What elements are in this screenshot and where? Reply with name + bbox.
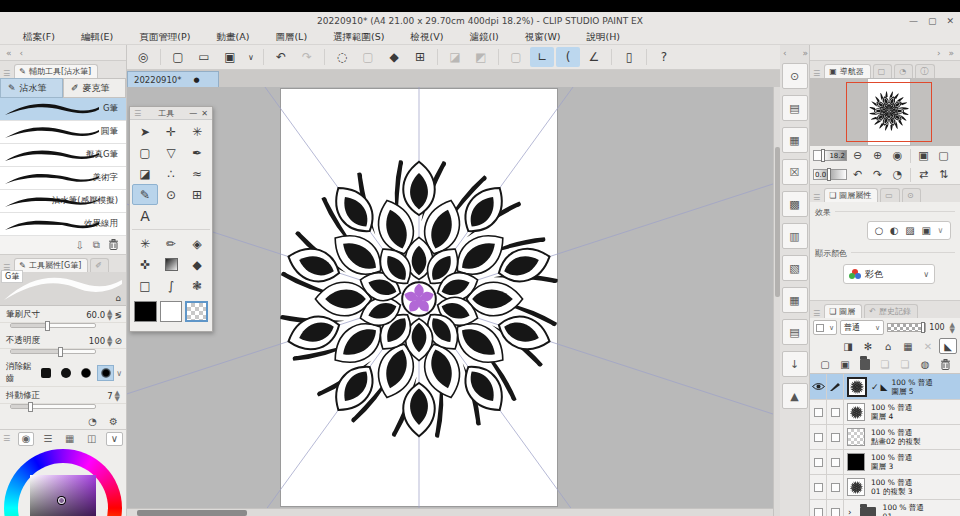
reset-rotation-button[interactable]: ◔: [888, 167, 907, 182]
blend-mode-dropdown[interactable]: 普通∨: [840, 320, 884, 335]
sub-color-swatch[interactable]: [160, 301, 183, 322]
history-tab[interactable]: ↶歷史記錄: [864, 304, 918, 318]
trash-icon[interactable]: [109, 239, 118, 252]
layer-row-folder-01[interactable]: › 100 % 普通01: [810, 500, 960, 516]
layer-row-4[interactable]: 100 % 普通圖層 4: [810, 400, 960, 425]
subtool-tab[interactable]: ✎ 輔助工具[沾水筆]: [14, 64, 98, 78]
fill-button[interactable]: ◆: [382, 47, 406, 67]
saturation-value-square[interactable]: [30, 475, 96, 516]
tool-move[interactable]: ✛: [158, 121, 184, 142]
tool-lasso[interactable]: ▽: [158, 142, 184, 163]
material-brush-button[interactable]: ▧: [782, 255, 808, 281]
lock-layer-icon[interactable]: ⌂: [879, 338, 897, 354]
tool-palette-window[interactable]: ☰ 工具 — ✕ ➤ ✛ ✳ ▢ ▽ ✒ ◪ ∴ ≈ ✎ ⊙ ⊞: [129, 106, 213, 332]
maximize-button[interactable]: ▢: [928, 16, 937, 26]
palette-color-dropdown[interactable]: ∨: [813, 320, 837, 335]
panel-handle-icon[interactable]: ☰: [3, 434, 10, 443]
layer-thumbnail[interactable]: [847, 453, 865, 471]
panel-handle-icon[interactable]: ☰: [3, 69, 10, 78]
deselect-button[interactable]: ◌: [330, 47, 354, 67]
aa-none-button[interactable]: [37, 365, 54, 381]
tool-hand[interactable]: ✜: [132, 254, 158, 275]
new-folder-icon[interactable]: [856, 356, 874, 372]
visibility-checkbox[interactable]: [810, 500, 827, 516]
visibility-checkbox[interactable]: [810, 425, 827, 449]
minimize-palette-icon[interactable]: —: [189, 109, 197, 118]
visibility-checkbox[interactable]: [810, 400, 827, 424]
panel-handle-icon[interactable]: ☰: [813, 309, 820, 318]
subtool-group-pen[interactable]: ✎ 沾水筆: [0, 78, 63, 98]
display-color-dropdown[interactable]: 彩色 ∨: [843, 264, 935, 284]
panel-handle-icon[interactable]: ☰: [813, 69, 820, 78]
rotate-ccw-button[interactable]: ↶: [848, 167, 867, 182]
visibility-checkbox[interactable]: [810, 475, 827, 499]
material-image-button[interactable]: ▥: [782, 223, 808, 249]
layer-name[interactable]: 01 的複製 3: [871, 487, 913, 496]
layer-thumbnail[interactable]: [847, 478, 865, 496]
expand-right-icon[interactable]: »: [948, 48, 954, 58]
stabilization-slider[interactable]: [10, 404, 96, 409]
rotate-slider[interactable]: 0.0: [813, 169, 847, 180]
tool-eyedropper[interactable]: ✒: [184, 142, 210, 163]
material-download-button[interactable]: ↓: [782, 351, 808, 377]
sv-cursor[interactable]: [58, 497, 65, 504]
layer-row-01-copy3[interactable]: 100 % 普通01 的複製 3: [810, 475, 960, 500]
mask-inside-button[interactable]: ◩: [469, 47, 493, 67]
navigator-view-frame[interactable]: [846, 82, 932, 142]
menu-selection[interactable]: 選擇範圍(S): [320, 31, 397, 44]
layer-name[interactable]: 點畫02 的複製: [871, 437, 920, 446]
search-layer-tab[interactable]: ⊙: [902, 188, 921, 202]
edit-target-checkbox[interactable]: [827, 475, 844, 499]
navigator-thumbnail[interactable]: [810, 78, 960, 146]
draft-layer-icon[interactable]: ✕: [919, 338, 937, 354]
screentone-icon[interactable]: ▨: [905, 225, 914, 236]
edit-target-checkbox[interactable]: [827, 425, 844, 449]
brush-item-round-pen[interactable]: 圓筆: [0, 121, 126, 144]
brush-size-value[interactable]: 60.0: [79, 310, 105, 320]
layer-row-5[interactable]: ✓ ◣ 100 % 普通圖層 5: [810, 374, 960, 400]
delete-layer-icon[interactable]: [936, 356, 954, 372]
layer-opacity-value[interactable]: 100: [929, 323, 944, 332]
canvas-viewport[interactable]: ☰ 工具 — ✕ ➤ ✛ ✳ ▢ ▽ ✒ ◪ ∴ ≈ ✎ ⊙ ⊞: [127, 87, 780, 516]
close-button[interactable]: ✕: [946, 16, 954, 26]
zoom-in-button[interactable]: ⊕: [868, 148, 887, 163]
material-monochrome-button[interactable]: ▦: [782, 127, 808, 153]
reselect-button[interactable]: ▢: [356, 47, 380, 67]
layer-row-dots-copy[interactable]: 100 % 普通點畫02 的複製: [810, 425, 960, 450]
fit-to-screen-button[interactable]: ◉: [888, 148, 907, 163]
panel-handle-icon[interactable]: ☰: [813, 193, 820, 202]
tool-marquee[interactable]: ▢: [132, 142, 158, 163]
stabilization-value[interactable]: 7: [87, 391, 113, 401]
layer-thumbnail[interactable]: [847, 403, 865, 421]
snap-to-grid-button[interactable]: ∠: [582, 47, 606, 67]
menu-window[interactable]: 視窗(W): [512, 31, 574, 44]
tool-property-tab[interactable]: ✎ 工具屬性[G筆]: [14, 258, 88, 272]
material-search-button[interactable]: ⊙: [782, 63, 808, 89]
edit-target-checkbox[interactable]: [827, 500, 844, 516]
layer-mask-icon[interactable]: ◍: [916, 356, 934, 372]
zoom-slider[interactable]: 18.2: [813, 150, 847, 161]
save-chevron-icon[interactable]: ∨: [244, 47, 258, 67]
menu-help[interactable]: 說明(H): [574, 31, 634, 44]
menu-file[interactable]: 檔案(F): [10, 31, 68, 44]
navigator-tab[interactable]: ▣導航器: [824, 64, 871, 78]
tool-figure-symmetry[interactable]: ✳: [132, 233, 158, 254]
material-manga-button[interactable]: ☒: [782, 159, 808, 185]
brush-item-real-g-pen[interactable]: 擬真G筆: [0, 144, 126, 167]
opacity-slider[interactable]: [10, 349, 96, 354]
snap-off-button[interactable]: ▢: [504, 47, 528, 67]
border-effect-icon[interactable]: ○: [875, 225, 884, 236]
brush-size-slider[interactable]: [10, 323, 96, 328]
layer-name[interactable]: 圖層 3: [871, 462, 912, 471]
expand-right-icon[interactable]: »: [803, 48, 809, 58]
lock-icon[interactable]: ⌂: [115, 293, 121, 303]
menu-view[interactable]: 檢視(V): [398, 31, 457, 44]
new-file-button[interactable]: ▢: [166, 47, 190, 67]
close-palette-icon[interactable]: ✕: [201, 109, 208, 118]
back-icon[interactable]: ‹: [783, 48, 787, 58]
visibility-checkbox[interactable]: [810, 450, 827, 474]
layer-color-icon[interactable]: ▣: [921, 225, 930, 236]
edit-target-checkbox[interactable]: [827, 450, 844, 474]
collapse-panel-button[interactable]: ∨: [106, 432, 123, 446]
tool-brush[interactable]: ✏: [158, 233, 184, 254]
